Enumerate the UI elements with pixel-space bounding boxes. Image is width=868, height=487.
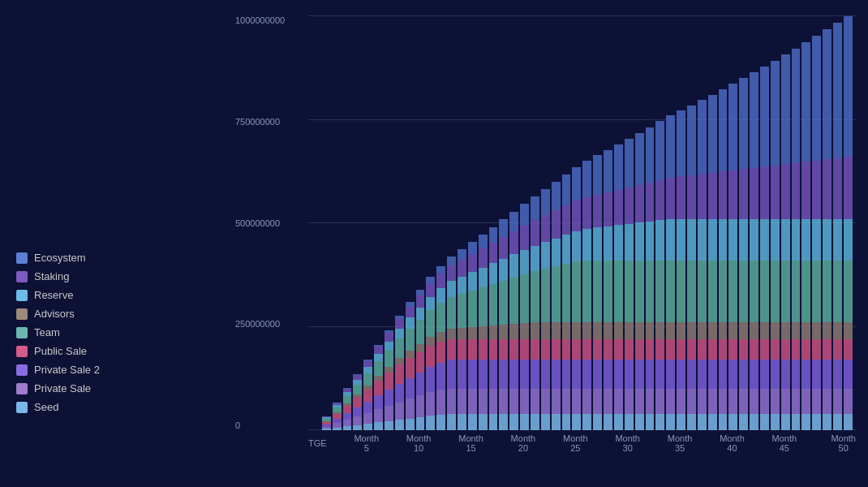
bar-segment [363, 402, 372, 413]
bar-segment [698, 100, 707, 174]
bar-group [416, 16, 425, 430]
bar-segment [666, 389, 675, 414]
bar-segment [823, 29, 831, 159]
bar-segment [416, 290, 425, 295]
bar-segment [625, 261, 634, 323]
bar-group [582, 16, 591, 430]
bar-segment [771, 389, 780, 414]
legend-item: Private Sale 2 [16, 364, 100, 376]
bar-segment [844, 360, 853, 389]
bar-segment [353, 394, 362, 398]
bar-segment [531, 220, 539, 245]
bar-segment [458, 414, 466, 430]
bar-segment [760, 67, 769, 166]
bar-segment [614, 414, 623, 430]
bar-segment [823, 261, 831, 323]
x-axis-label: Month 45 [772, 433, 797, 453]
bar-segment [823, 219, 831, 261]
bar-segment [572, 389, 581, 414]
bar-segment [333, 419, 342, 424]
bar-segment [801, 261, 810, 323]
bar-segment [374, 376, 383, 381]
bar-segment [792, 339, 801, 360]
bar-group [499, 16, 508, 430]
bar-segment [541, 322, 550, 338]
bar-segment [520, 414, 529, 430]
bar-segment [781, 360, 790, 389]
bar-segment [719, 261, 728, 323]
bar-segment [844, 16, 853, 157]
bar-segment [406, 378, 415, 399]
bar-segment [541, 414, 550, 430]
bar-segment [343, 389, 352, 392]
bar-group [458, 16, 466, 430]
bar-segment [687, 322, 696, 338]
bar-segment [509, 360, 518, 389]
bar-segment [833, 322, 842, 338]
bar-segment [812, 389, 821, 414]
bar-segment [458, 249, 466, 260]
bar-segment [708, 360, 717, 389]
bar-segment [666, 115, 675, 178]
bar-segment [447, 265, 456, 282]
bar-segment [708, 389, 717, 414]
bar-segment [509, 231, 518, 255]
bar-segment [552, 414, 561, 430]
bar-segment [489, 325, 498, 339]
bar-segment [823, 339, 831, 360]
bar-segment [833, 158, 842, 219]
bar-segment [677, 219, 685, 261]
bar-segment [572, 200, 581, 231]
bar-segment [458, 260, 466, 277]
bar-group [531, 16, 539, 430]
bar-segment [760, 414, 769, 430]
bar-segment [844, 414, 853, 430]
bar-segment [509, 389, 518, 414]
bar-segment [426, 346, 435, 367]
bar-segment [739, 219, 748, 261]
bar-segment [416, 373, 425, 395]
bar-segment [625, 389, 634, 414]
bar-group [677, 16, 685, 430]
y-axis-label: 1000000000 [235, 16, 285, 25]
bar-segment [479, 326, 488, 339]
y-axis-label: 500000000 [235, 219, 280, 228]
bar-segment [562, 389, 571, 414]
bar-segment [333, 403, 342, 405]
bar-segment [562, 235, 571, 264]
bar-segment [416, 295, 425, 308]
x-axis-label: Month 15 [458, 433, 483, 453]
bar-segment [750, 339, 758, 360]
x-axis-label: Month 50 [831, 433, 856, 453]
bar-segment [604, 226, 612, 261]
bar-segment [687, 414, 696, 430]
bar-segment [385, 333, 393, 342]
bar-segment [614, 144, 623, 190]
bar-segment [479, 235, 488, 248]
bar-segment [385, 330, 393, 333]
bar-segment [833, 339, 842, 360]
bar-group [312, 16, 320, 430]
bar-segment [406, 399, 415, 418]
bar-group [687, 16, 696, 430]
bar-group [385, 16, 393, 430]
bar-segment [363, 390, 372, 402]
bar-segment [687, 360, 696, 389]
bar-segment [363, 386, 372, 390]
bar-segment [499, 360, 508, 389]
bar-segment [322, 419, 331, 421]
bar-group [426, 16, 435, 430]
bar-segment [406, 419, 415, 430]
bar-segment [343, 403, 352, 406]
bar-segment [499, 219, 508, 237]
bar-segment [426, 337, 435, 346]
bar-segment [625, 322, 634, 338]
bar-segment [666, 360, 675, 389]
bar-segment [363, 413, 372, 425]
bar-segment [458, 389, 466, 414]
bar-segment [750, 168, 758, 219]
bar-segment [499, 414, 508, 430]
bar-segment [385, 373, 393, 390]
bar-segment [646, 322, 655, 338]
bar-segment [406, 317, 415, 329]
